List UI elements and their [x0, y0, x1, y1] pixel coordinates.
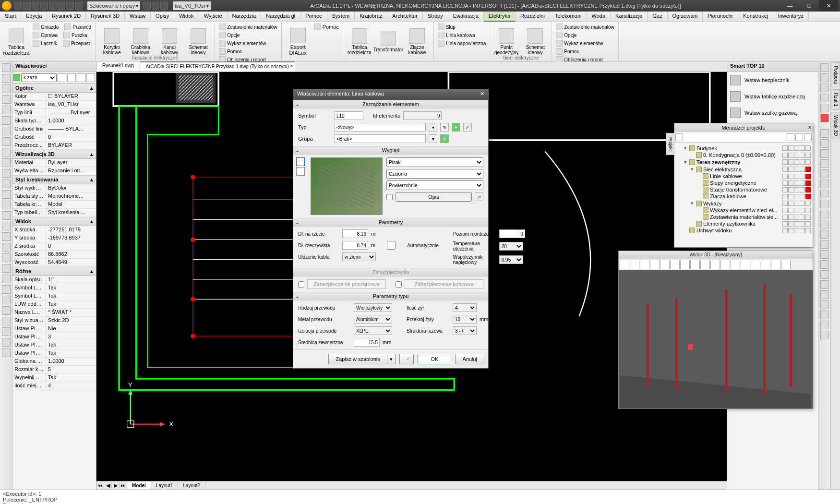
- tool-icon[interactable]: [2, 74, 11, 83]
- layout-tab[interactable]: Layout2: [178, 482, 205, 489]
- smart-item[interactable]: Wstaw bezpiecznik: [727, 72, 818, 88]
- ribbon-tab[interactable]: Gaz: [648, 12, 667, 22]
- prop-row[interactable]: Typ tabeli kre...Styl kreślenia ...: [12, 209, 96, 217]
- ribbon-tab[interactable]: Start: [0, 12, 21, 22]
- prop-row[interactable]: Symbol LUW...Tak: [12, 284, 96, 292]
- ribbon-tab[interactable]: Stropy: [423, 12, 448, 22]
- qat-icon[interactable]: [40, 2, 48, 10]
- tool-icon[interactable]: [820, 139, 829, 148]
- maximize-button[interactable]: □: [800, 0, 819, 12]
- tool-icon[interactable]: [2, 201, 11, 209]
- dialog-section-manage[interactable]: ⌄Zarządzanie elementem: [293, 100, 488, 108]
- ribbon-tab[interactable]: Rysunek 2D: [47, 12, 86, 22]
- view3d-panel[interactable]: Widok 3D - [Nieaktywny]: [618, 251, 813, 409]
- opis-ext-icon[interactable]: ↗: [475, 192, 483, 201]
- prop-section-header[interactable]: Styl kreskowania▴: [12, 175, 96, 184]
- project-manager-panel[interactable]: Projekt Menadżer projektu✕ ▾Budynek0. Ko…: [674, 123, 813, 248]
- projman-close-icon[interactable]: ✕: [808, 123, 812, 132]
- rbtn-small[interactable]: Zestawienie materiałów: [555, 23, 615, 31]
- qat-workspace-combo[interactable]: Szkicowanie i opisy ▾: [87, 1, 140, 10]
- tool-icon[interactable]: [2, 116, 11, 125]
- tool-icon[interactable]: [2, 63, 11, 72]
- prop-row[interactable]: Przeźroczyst...BYLAYER: [12, 142, 96, 150]
- prop-row[interactable]: Warstwaisa_V0_TUsr: [12, 101, 96, 109]
- select-volt[interactable]: 0.95: [499, 255, 523, 264]
- v3-tb-icon[interactable]: [720, 260, 730, 269]
- prop-section-header[interactable]: Różne▴: [12, 267, 96, 276]
- group-dropdown-icon[interactable]: ▾: [429, 134, 437, 143]
- smart-item[interactable]: Wstaw tablicę rozdzielczą: [727, 88, 818, 105]
- rbtn-small[interactable]: Linia kablowa: [437, 31, 487, 39]
- qat-icon[interactable]: [152, 2, 159, 10]
- tree-item[interactable]: Linie kablowe: [683, 173, 811, 180]
- tool-icon[interactable]: [2, 285, 11, 294]
- layout-nav-next[interactable]: ▶: [112, 482, 120, 489]
- tool-icon[interactable]: [820, 180, 829, 188]
- select-wire-metal[interactable]: Aluminium: [354, 315, 392, 324]
- tool-icon[interactable]: [820, 331, 829, 339]
- properties-filter-select[interactable]: k zazn: [21, 73, 57, 82]
- tool-icon[interactable]: [820, 311, 829, 319]
- rbtn-small[interactable]: Przewód: [63, 23, 92, 31]
- ribbon-tab[interactable]: Wyjście: [199, 12, 228, 22]
- rbtn-big[interactable]: Schemat ideowy: [185, 23, 212, 60]
- view-thumb-icon[interactable]: [296, 167, 305, 176]
- tool-icon[interactable]: [2, 348, 11, 357]
- select-fonts[interactable]: Czcionki: [386, 169, 483, 179]
- props-tb-icon[interactable]: [58, 73, 66, 82]
- pm-tb-icon[interactable]: [787, 133, 794, 141]
- qat-icon[interactable]: [32, 2, 39, 10]
- rbtn-small[interactable]: Linia napowietrzna: [437, 39, 487, 47]
- layout-nav-prev[interactable]: ◀: [104, 482, 112, 489]
- dialog-section-appearance[interactable]: ⌄Wygląd: [293, 146, 488, 155]
- tool-icon[interactable]: [820, 200, 829, 208]
- rbtn-export-dialux[interactable]: Export DIALux: [285, 23, 312, 60]
- quick-access-toolbar[interactable]: [14, 2, 83, 10]
- tree-item[interactable]: Uchwyt widoku: [683, 227, 811, 234]
- ribbon-tab[interactable]: Inwentaryz: [773, 12, 809, 22]
- tool-icon[interactable]: [820, 169, 829, 178]
- select-temp[interactable]: 20: [499, 242, 523, 251]
- type-check-icon[interactable]: ✓: [463, 123, 472, 132]
- tool-icon[interactable]: [820, 250, 829, 259]
- group-add-icon[interactable]: +: [440, 134, 449, 143]
- dialog-close-icon[interactable]: ✕: [480, 91, 484, 98]
- tool-icon[interactable]: [2, 95, 11, 104]
- rbtn-big[interactable]: Kanał kablowy: [156, 23, 183, 60]
- rbtn-small[interactable]: Słup: [437, 23, 487, 31]
- v3-tb-icon[interactable]: [650, 260, 660, 269]
- tool-icon[interactable]: [820, 129, 829, 138]
- v3-tb-icon[interactable]: [710, 260, 720, 269]
- tree-item[interactable]: Słupy energetyczne: [683, 180, 811, 186]
- tool-icon[interactable]: [820, 210, 829, 218]
- prop-section-header[interactable]: Widok▴: [12, 217, 96, 226]
- prop-row[interactable]: Skala typu linii1.0000: [12, 117, 96, 125]
- props-tb-icon[interactable]: [67, 73, 76, 82]
- rbtn-small[interactable]: Oprawa: [32, 31, 59, 39]
- minimize-button[interactable]: —: [780, 0, 800, 12]
- tool-icon[interactable]: [2, 169, 11, 178]
- command-line[interactable]: <Executor id>: 1Polecenie: _ENTPROPPolec…: [0, 490, 840, 504]
- ribbon-tab[interactable]: Narzędzia: [228, 12, 262, 22]
- input-type[interactable]: [335, 123, 426, 132]
- v3-tb-icon[interactable]: [670, 260, 680, 269]
- tool-icon[interactable]: [2, 148, 11, 156]
- ribbon-tab[interactable]: Konstrukcj: [738, 12, 773, 22]
- select-wire-kind[interactable]: Wielożyłowy: [354, 303, 392, 312]
- tool-icon[interactable]: [820, 63, 829, 72]
- rbtn-big[interactable]: Punkt geodezyjny: [493, 23, 520, 60]
- prop-row[interactable]: Styl wizualnySzkic 2D: [12, 317, 96, 325]
- prop-row[interactable]: Y środka-169773.6937: [12, 234, 96, 242]
- type-edit-icon[interactable]: ✎: [440, 123, 449, 132]
- tree-item[interactable]: ▾Teren zewnętrzny: [683, 158, 811, 166]
- select-surfaces[interactable]: Powierzchnie: [386, 180, 483, 190]
- prop-row[interactable]: LUW oddziel...Tak: [12, 300, 96, 309]
- tree-item[interactable]: ▾Sieć elektryczna: [683, 166, 811, 173]
- pm-tb-icon[interactable]: [804, 133, 812, 141]
- rbtn-big[interactable]: Transformator: [375, 23, 402, 60]
- prop-row[interactable]: Ustaw PICKB...3: [12, 333, 96, 341]
- prop-row[interactable]: MateriałByLayer: [12, 159, 96, 167]
- prop-row[interactable]: Tabela kreśle...Model: [12, 201, 96, 209]
- tool-icon[interactable]: [820, 84, 829, 92]
- rbtn-small[interactable]: Przepust: [62, 39, 91, 47]
